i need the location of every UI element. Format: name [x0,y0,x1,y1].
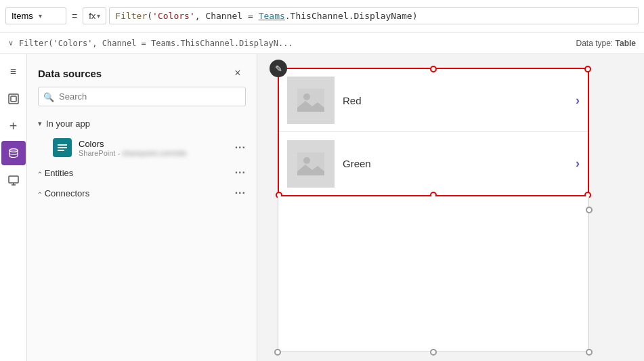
entities-more-button[interactable]: ··· [235,167,246,179]
formula-bar: Items ▾ = fx ▾ Filter('Colors', Channel … [0,0,644,33]
search-icon: 🔍 [43,91,54,102]
formula-keyword: Filter [115,11,147,21]
sub-bar: ∨ Filter('Colors', Channel = Teams.ThisC… [0,33,644,54]
entities-section[interactable]: › Entities ··· [27,163,257,183]
data-panel-header: Data sources × [27,54,257,87]
list-widget-selected[interactable]: ✎ Red › [278,68,589,196]
connectors-label: Connectors [45,188,89,198]
colors-item[interactable]: Colors SharePoint - sharepoint.com/site … [27,133,257,163]
svg-point-8 [303,93,310,100]
sidebar-icons: ≡ + [0,54,27,361]
in-your-app-label: In your app [46,119,90,129]
formula-paren1: ( [147,11,152,21]
close-button[interactable]: × [230,65,246,81]
edit-icon[interactable]: ✎ [270,60,287,77]
connectors-chevron: › [35,192,43,194]
list-item-red[interactable]: Red › [279,69,588,132]
database-icon[interactable] [1,141,26,165]
entities-label: Entities [45,168,74,178]
list-item-green-label: Green [343,158,567,169]
data-type-label: Data type: [576,39,614,48]
in-your-app-section[interactable]: ▾ In your app [27,114,257,133]
handle-full-mid-right[interactable] [586,207,593,213]
search-input[interactable] [38,87,246,106]
colors-sub: SharePoint - sharepoint.com/site [79,149,228,157]
main-content: ≡ + Data sources [0,54,644,361]
in-your-app-chevron: ▾ [38,119,42,128]
colors-info: Colors SharePoint - sharepoint.com/site [79,139,228,157]
widget-rest [278,196,589,352]
add-icon[interactable]: + [1,114,26,138]
fx-chevron: ▾ [97,12,100,20]
property-chevron: ▾ [39,12,42,20]
list-item-red-label: Red [343,95,567,106]
svg-rect-3 [9,176,18,183]
list-item-green-chevron: › [576,156,580,171]
list-item-red-chevron: › [576,93,580,108]
sub-bar-formula: Filter('Colors', Channel = Teams.ThisCha… [19,39,293,48]
colors-sub-blurred: sharepoint.com/site [122,149,186,157]
connectors-more-button[interactable]: ··· [235,187,246,199]
list-img-red [287,77,335,124]
handle-top-right[interactable] [584,66,591,72]
hamburger-menu-icon[interactable]: ≡ [1,60,26,84]
data-type-value: Table [616,39,636,48]
svg-rect-4 [58,144,67,146]
data-panel: Data sources × 🔍 ▾ In your app Colors [27,54,257,361]
colors-icon [53,138,72,157]
formula-string: 'Colors' [152,11,195,21]
svg-rect-0 [9,94,18,104]
canvas-area[interactable]: ✎ Red › [257,54,644,361]
sub-bar-chevron: ∨ [8,39,14,47]
colors-name: Colors [79,139,228,149]
search-container: 🔍 [38,87,246,106]
formula-teams-ref: Teams [259,11,285,21]
svg-point-10 [303,157,310,164]
list-item-green[interactable]: Green › [279,132,588,195]
property-selector[interactable]: Items ▾ [5,7,66,24]
entities-chevron: › [35,171,43,174]
colors-more-button[interactable]: ··· [235,142,246,154]
svg-point-2 [9,149,18,152]
handle-top-mid[interactable] [430,66,437,72]
layers-icon[interactable] [1,87,26,111]
connectors-section[interactable]: › Connectors ··· [27,183,257,203]
svg-rect-6 [58,150,64,151]
fx-button[interactable]: fx ▾ [83,7,106,24]
svg-rect-5 [58,147,67,148]
fx-label: fx [89,11,95,21]
data-panel-title: Data sources [38,68,102,79]
formula-mid: , Channel = [195,11,259,21]
svg-rect-1 [11,96,16,102]
equals-sign: = [69,11,80,22]
data-type-info: Data type: Table [576,39,637,48]
monitor-icon[interactable] [1,168,26,192]
property-label: Items [12,11,33,21]
list-img-green [287,140,335,188]
formula-end: .ThisChannel.DisplayName) [285,11,418,21]
formula-input[interactable]: Filter('Colors', Channel = Teams.ThisCha… [109,7,639,24]
